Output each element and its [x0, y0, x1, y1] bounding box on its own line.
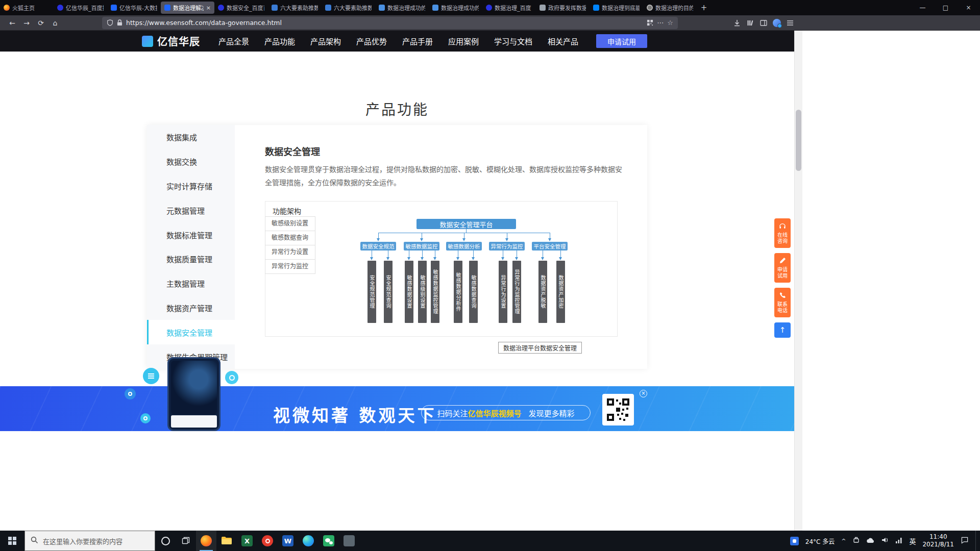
cloud-tray-icon[interactable]: [867, 537, 875, 545]
nav-product-advantages[interactable]: 产品优势: [356, 36, 387, 46]
browser-tab[interactable]: 数据治理的目的: [643, 2, 697, 14]
input-method-indicator[interactable]: 英: [909, 536, 916, 546]
nav-learning-docs[interactable]: 学习与文档: [494, 36, 532, 46]
taskbar-edge-icon[interactable]: [298, 531, 318, 551]
sidebar-item-data-integration[interactable]: 数据集成: [147, 125, 235, 149]
browser-tab-active[interactable]: 数据治理解决方×: [161, 2, 214, 14]
weather-widget[interactable]: 24°C 多云: [805, 537, 835, 545]
baidu-favicon: [57, 5, 63, 11]
scan-prefix: 扫码关注: [437, 408, 468, 418]
apply-trial-button[interactable]: 申请试用: [596, 34, 647, 48]
sidebar-item-data-quality[interactable]: 数据质量管理: [147, 247, 235, 271]
browser-tab[interactable]: 数据治理成功的: [429, 2, 482, 14]
page-scrollbar[interactable]: [794, 31, 802, 531]
show-desktop-button[interactable]: [975, 531, 978, 551]
diagram-group-box: 敏感数据监控: [404, 242, 439, 251]
apply-trial-widget-button[interactable]: 申请试用: [774, 253, 791, 283]
diagram-tab-sensitive-query[interactable]: 敏感数据查询: [265, 231, 315, 245]
back-to-top-button[interactable]: ↑: [774, 322, 791, 338]
download-icon[interactable]: [731, 16, 743, 30]
network-tray-icon[interactable]: [895, 537, 902, 545]
taskbar-explorer-icon[interactable]: [216, 531, 237, 551]
reload-button[interactable]: ⟳: [34, 16, 48, 30]
page-actions-icon[interactable]: ⋯: [657, 19, 664, 27]
browser-tab[interactable]: 六大要素助推数: [322, 2, 375, 14]
nav-product-manual[interactable]: 产品手册: [402, 36, 433, 46]
browser-tab[interactable]: 六大要素助推数: [268, 2, 322, 14]
sidebar-item-data-standard[interactable]: 数据标准管理: [147, 222, 235, 247]
tab-title: 数据治理解决方: [173, 4, 204, 12]
browser-tab[interactable]: 亿信华辰_百度搜: [54, 2, 107, 14]
bookmark-star-icon[interactable]: ☆: [667, 19, 673, 27]
taskbar-wechat-icon[interactable]: [318, 531, 339, 551]
menu-icon[interactable]: [784, 16, 796, 30]
sidebar-item-data-exchange[interactable]: 数据交换: [147, 149, 235, 174]
url-text[interactable]: https://www.esensoft.com/data-governance…: [126, 19, 643, 27]
browser-tab[interactable]: 数据治理成功的: [375, 2, 429, 14]
sidebar-item-metadata[interactable]: 元数据管理: [147, 198, 235, 222]
usb-tray-icon[interactable]: [852, 536, 860, 545]
browser-tab[interactable]: 数据治理_百度: [482, 2, 536, 14]
url-bar[interactable]: https://www.esensoft.com/data-governance…: [102, 17, 678, 29]
banner-close-icon[interactable]: ×: [640, 390, 647, 397]
maximize-button[interactable]: □: [934, 0, 957, 15]
close-button[interactable]: ×: [957, 0, 980, 15]
back-button[interactable]: ←: [5, 16, 19, 30]
tray-chevron-icon[interactable]: ^: [841, 538, 846, 544]
cortana-button[interactable]: [155, 531, 176, 551]
taskbar-excel-icon[interactable]: X: [237, 531, 257, 551]
sidebar-item-data-security[interactable]: 数据安全管理: [147, 320, 235, 344]
lock-icon[interactable]: [117, 19, 122, 26]
browser-tab[interactable]: 政府要发挥数据治理: [536, 2, 590, 14]
tab-close-icon[interactable]: ×: [206, 5, 211, 11]
contact-phone-button[interactable]: 联系电话: [774, 288, 791, 317]
diagram-module-bar: 安全规范管理: [368, 261, 376, 323]
online-consult-button[interactable]: 在线咨询: [774, 218, 791, 248]
browser-tab[interactable]: 数据治理到底能: [590, 2, 643, 14]
forward-button[interactable]: →: [19, 16, 34, 30]
action-center-icon[interactable]: [961, 536, 969, 545]
site-logo[interactable]: 亿信华辰: [142, 31, 200, 52]
volume-tray-icon[interactable]: [881, 537, 889, 545]
tray-app-icon[interactable]: [790, 537, 799, 545]
screenshot-extension-icon[interactable]: [647, 19, 653, 26]
nav-use-cases[interactable]: 应用案例: [448, 36, 479, 46]
browser-tab-home[interactable]: 火狐主页: [0, 2, 54, 14]
nav-related-products[interactable]: 相关产品: [548, 36, 578, 46]
diagram-tab-abnormal-monitor[interactable]: 异常行为监控: [265, 259, 315, 274]
nav-product-features[interactable]: 产品功能: [264, 36, 295, 46]
sidebar-item-master-data[interactable]: 主数据管理: [147, 271, 235, 296]
arrow: [456, 257, 459, 260]
minimize-button[interactable]: —: [911, 0, 934, 15]
taskbar-firefox-icon[interactable]: [196, 531, 216, 551]
nav-product-architecture[interactable]: 产品架构: [310, 36, 341, 46]
taskbar-clock[interactable]: 11:40 2021/8/11: [922, 533, 954, 548]
tab-title: 六大要素助推数: [334, 4, 372, 12]
headset-icon: [779, 222, 786, 231]
task-view-button[interactable]: [176, 531, 196, 551]
sidebar-item-data-asset[interactable]: 数据资产管理: [147, 296, 235, 320]
library-icon[interactable]: [744, 16, 756, 30]
taskbar-word-icon[interactable]: W: [278, 531, 298, 551]
diagram-tab-sensitive-level[interactable]: 敏感级别设置: [265, 216, 315, 231]
browser-tab[interactable]: 数据安全_百度百: [214, 2, 268, 14]
home-button[interactable]: ⌂: [48, 16, 62, 30]
taskbar-red-app-icon[interactable]: [257, 531, 278, 551]
scrollbar-thumb[interactable]: [796, 110, 801, 171]
sidebar-toggle-icon[interactable]: [757, 16, 770, 30]
start-button[interactable]: [0, 531, 24, 551]
taskbar-app-icon[interactable]: [339, 531, 359, 551]
diagram-label: 功能架构: [273, 206, 301, 216]
account-icon[interactable]: [771, 16, 783, 30]
new-tab-button[interactable]: +: [697, 2, 711, 14]
nav-product-overview[interactable]: 产品全景: [218, 36, 249, 46]
browser-tab[interactable]: 亿信华辰-大数据: [107, 2, 161, 14]
diagram-tab-abnormal-setting[interactable]: 异常行为设置: [265, 245, 315, 260]
widget-label: 在线咨询: [777, 232, 788, 244]
shield-icon[interactable]: [107, 19, 113, 26]
sidebar-item-realtime-compute[interactable]: 实时计算存储: [147, 174, 235, 198]
diagram-module-bar: 安全规范查询: [384, 261, 393, 323]
arrow: [472, 257, 475, 260]
arrow: [501, 257, 504, 260]
taskbar-search-input[interactable]: 在这里输入你要搜索的内容: [24, 531, 155, 551]
